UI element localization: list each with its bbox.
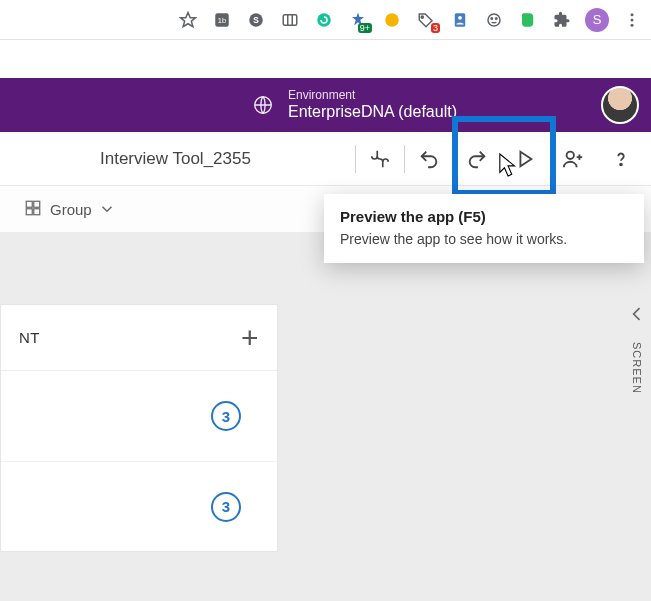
svg-point-18 <box>631 23 634 26</box>
environment-picker[interactable]: Environment EnterpriseDNA (default) <box>288 89 457 121</box>
app-toolbar: Interview Tool_2355 <box>0 132 651 186</box>
left-panel: NT + 3 3 <box>0 304 278 552</box>
grammarly-icon[interactable] <box>313 9 335 31</box>
help-button[interactable] <box>597 132 645 185</box>
browser-profile-avatar[interactable]: S <box>585 8 609 32</box>
ext-person-icon[interactable] <box>449 9 471 31</box>
svg-point-24 <box>620 163 622 165</box>
svg-rect-27 <box>26 208 32 214</box>
extensions-puzzle-icon[interactable] <box>551 9 573 31</box>
plus-badge: 9+ <box>358 23 372 33</box>
ext-grid-icon[interactable] <box>279 9 301 31</box>
svg-point-13 <box>488 14 500 26</box>
count-badge: 3 <box>211 401 241 431</box>
svg-rect-26 <box>34 201 40 207</box>
preview-tooltip: Preview the app (F5) Preview the app to … <box>324 194 644 263</box>
ext-tag-icon[interactable]: 3 <box>415 9 437 31</box>
tooltip-title: Preview the app (F5) <box>340 208 628 225</box>
collapse-right-pane[interactable] <box>627 304 647 328</box>
notif-badge: 3 <box>431 23 440 33</box>
canvas-area[interactable]: NT + 3 3 <box>0 232 651 601</box>
browser-menu-icon[interactable] <box>621 9 643 31</box>
svg-rect-28 <box>34 208 40 214</box>
ext-spark-icon[interactable]: 9+ <box>347 9 369 31</box>
skype-icon[interactable]: S <box>245 9 267 31</box>
star-icon[interactable] <box>177 9 199 31</box>
user-avatar[interactable] <box>601 86 639 124</box>
environment-name: EnterpriseDNA (default) <box>288 103 457 121</box>
svg-point-17 <box>631 18 634 21</box>
count-badge: 3 <box>211 492 241 522</box>
svg-point-8 <box>317 13 331 27</box>
list-item[interactable]: 3 <box>1 461 277 551</box>
add-button[interactable]: + <box>241 321 259 355</box>
svg-text:1b: 1b <box>218 16 226 25</box>
redo-button[interactable] <box>453 132 501 185</box>
svg-point-14 <box>491 17 493 19</box>
undo-button[interactable] <box>405 132 453 185</box>
ext-hp-icon[interactable] <box>483 9 505 31</box>
list-item[interactable]: 3 <box>1 371 277 461</box>
svg-rect-11 <box>455 13 466 27</box>
tooltip-body: Preview the app to see how it works. <box>340 231 628 247</box>
svg-marker-20 <box>520 151 531 166</box>
svg-text:S: S <box>253 16 259 25</box>
right-rail-label: SCREEN <box>631 342 643 394</box>
chevron-down-icon <box>98 200 116 218</box>
ext-1b-icon[interactable]: 1b <box>211 9 233 31</box>
group-dropdown[interactable]: Group <box>50 200 116 218</box>
group-label: Group <box>50 201 92 218</box>
group-icon <box>24 199 42 220</box>
panel-heading: NT <box>19 329 40 346</box>
svg-point-9 <box>385 13 399 27</box>
svg-point-16 <box>631 13 634 16</box>
environment-label: Environment <box>288 89 457 103</box>
globe-icon <box>252 94 274 116</box>
evernote-icon[interactable] <box>517 9 539 31</box>
svg-rect-25 <box>26 201 32 207</box>
svg-marker-0 <box>181 12 196 26</box>
ext-yellow-icon[interactable] <box>381 9 403 31</box>
app-title: Interview Tool_2355 <box>100 149 251 169</box>
share-button[interactable] <box>549 132 597 185</box>
svg-point-12 <box>458 15 462 19</box>
svg-rect-5 <box>283 14 297 25</box>
cursor-icon <box>498 152 520 182</box>
svg-point-15 <box>496 17 498 19</box>
app-checker-button[interactable] <box>356 132 404 185</box>
environment-bar: Environment EnterpriseDNA (default) <box>0 78 651 132</box>
svg-point-21 <box>567 151 574 158</box>
svg-point-10 <box>421 15 423 17</box>
